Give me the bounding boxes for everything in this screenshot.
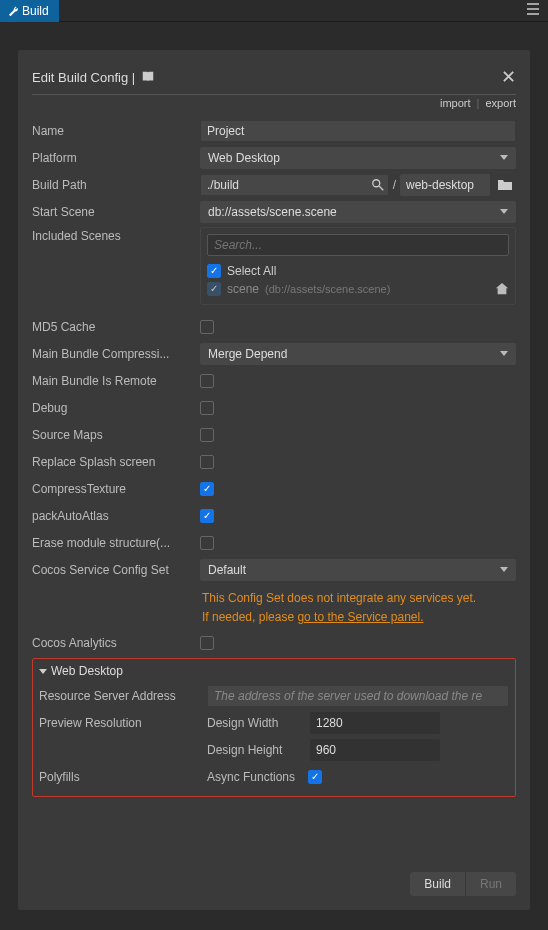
bundleremote-checkbox[interactable] bbox=[200, 374, 214, 388]
build-icon bbox=[6, 5, 18, 17]
select-all-label: Select All bbox=[227, 264, 276, 278]
panel-title: Edit Build Config | bbox=[32, 70, 135, 85]
chevron-down-icon bbox=[500, 567, 508, 572]
scene-checkbox bbox=[207, 282, 221, 296]
debug-checkbox[interactable] bbox=[200, 401, 214, 415]
service-panel-link[interactable]: go to the Service panel. bbox=[297, 610, 423, 624]
form-body: Name Platform Web Desktop Build Path / w… bbox=[32, 117, 516, 857]
bundlecomp-label: Main Bundle Compressi... bbox=[32, 347, 192, 361]
name-label: Name bbox=[32, 124, 192, 138]
startscene-label: Start Scene bbox=[32, 205, 192, 219]
bundlecomp-value: Merge Depend bbox=[208, 347, 287, 361]
search-icon[interactable] bbox=[371, 178, 385, 192]
included-scenes-box: Select All scene (db://assets/scene.scen… bbox=[200, 227, 516, 305]
section-title: Web Desktop bbox=[51, 664, 123, 678]
import-export-row: import | export bbox=[32, 97, 516, 109]
design-height-label: Design Height bbox=[207, 743, 302, 757]
export-link[interactable]: export bbox=[485, 97, 516, 109]
platform-value: Web Desktop bbox=[208, 151, 280, 165]
debug-label: Debug bbox=[32, 401, 192, 415]
design-height-input[interactable] bbox=[310, 739, 440, 761]
import-link[interactable]: import bbox=[440, 97, 471, 109]
ressrv-label: Resource Server Address bbox=[39, 689, 199, 703]
buildpath-label: Build Path bbox=[32, 178, 192, 192]
splash-checkbox[interactable] bbox=[200, 455, 214, 469]
buildpath-input[interactable] bbox=[200, 174, 389, 196]
menu-icon[interactable] bbox=[518, 3, 548, 18]
divider bbox=[32, 94, 516, 95]
tab-label: Build bbox=[22, 4, 49, 18]
separator: | bbox=[477, 97, 480, 109]
home-icon[interactable] bbox=[495, 282, 509, 296]
startscene-value: db://assets/scene.scene bbox=[208, 205, 337, 219]
folder-icon bbox=[497, 178, 513, 192]
previewres-label: Preview Resolution bbox=[39, 716, 199, 730]
splash-label: Replace Splash screen bbox=[32, 455, 192, 469]
name-input[interactable] bbox=[200, 120, 516, 142]
svcset-select[interactable]: Default bbox=[200, 559, 516, 581]
bottom-bar: Build Run bbox=[410, 872, 516, 896]
run-button: Run bbox=[466, 872, 516, 896]
svcset-label: Cocos Service Config Set bbox=[32, 563, 192, 577]
platform-select[interactable]: Web Desktop bbox=[200, 147, 516, 169]
svcset-value: Default bbox=[208, 563, 246, 577]
md5-label: MD5 Cache bbox=[32, 320, 192, 334]
chevron-down-icon bbox=[500, 351, 508, 356]
select-all-checkbox[interactable] bbox=[207, 264, 221, 278]
design-width-input[interactable] bbox=[310, 712, 440, 734]
erase-label: Erase module structure(... bbox=[32, 536, 192, 550]
erase-checkbox[interactable] bbox=[200, 536, 214, 550]
scene-name: scene bbox=[227, 282, 259, 296]
md5-checkbox[interactable] bbox=[200, 320, 214, 334]
platform-label: Platform bbox=[32, 151, 192, 165]
titlebar: Build bbox=[0, 0, 548, 22]
build-button[interactable]: Build bbox=[410, 872, 465, 896]
chevron-down-icon bbox=[500, 155, 508, 160]
buildpath-suffix[interactable]: web-desktop bbox=[400, 174, 490, 196]
startscene-select[interactable]: db://assets/scene.scene bbox=[200, 201, 516, 223]
comptex-checkbox[interactable] bbox=[200, 482, 214, 496]
comptex-label: CompressTexture bbox=[32, 482, 192, 496]
open-folder-button[interactable] bbox=[494, 174, 516, 196]
scenes-search-input[interactable] bbox=[207, 234, 509, 256]
chevron-down-icon bbox=[39, 669, 47, 674]
path-separator: / bbox=[393, 178, 396, 192]
async-checkbox[interactable] bbox=[308, 770, 322, 784]
chevron-down-icon bbox=[500, 209, 508, 214]
analytics-label: Cocos Analytics bbox=[32, 636, 192, 650]
async-label: Async Functions bbox=[207, 770, 302, 784]
analytics-checkbox[interactable] bbox=[200, 636, 214, 650]
panel-header: Edit Build Config | ✕ bbox=[32, 66, 516, 88]
sourcemaps-checkbox[interactable] bbox=[200, 428, 214, 442]
bundlecomp-select[interactable]: Merge Depend bbox=[200, 343, 516, 365]
sourcemaps-label: Source Maps bbox=[32, 428, 192, 442]
close-icon[interactable]: ✕ bbox=[501, 66, 516, 88]
packatlas-checkbox[interactable] bbox=[200, 509, 214, 523]
scene-path: (db://assets/scene.scene) bbox=[265, 283, 390, 295]
bundleremote-label: Main Bundle Is Remote bbox=[32, 374, 192, 388]
tab-build[interactable]: Build bbox=[0, 0, 59, 22]
service-message: This Config Set does not integrate any s… bbox=[202, 589, 516, 627]
design-width-label: Design Width bbox=[207, 716, 302, 730]
inclscenes-label: Included Scenes bbox=[32, 227, 192, 243]
svg-point-0 bbox=[372, 179, 379, 186]
ressrv-input[interactable] bbox=[207, 685, 509, 707]
book-icon bbox=[141, 70, 155, 84]
build-config-panel: Edit Build Config | ✕ import | export Na… bbox=[18, 50, 530, 910]
polyfills-label: Polyfills bbox=[39, 770, 199, 784]
packatlas-label: packAutoAtlas bbox=[32, 509, 192, 523]
web-desktop-section: Web Desktop Resource Server Address Prev… bbox=[32, 658, 516, 797]
section-header[interactable]: Web Desktop bbox=[39, 660, 509, 682]
